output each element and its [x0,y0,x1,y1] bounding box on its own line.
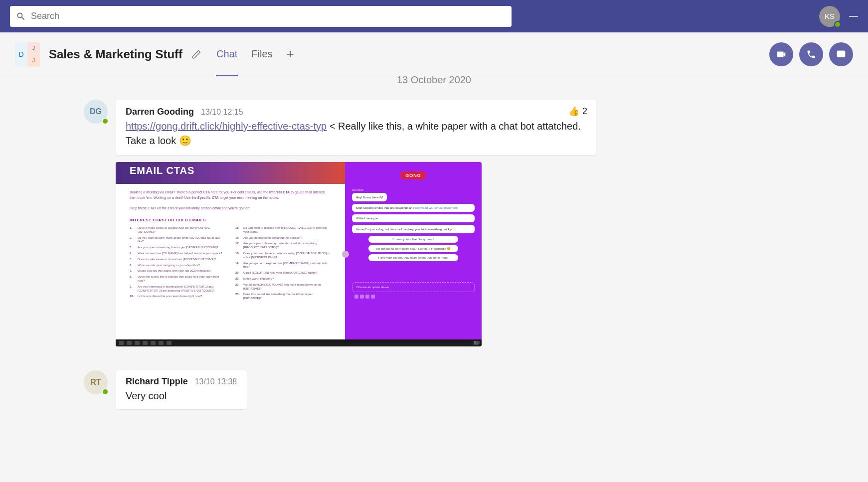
chatbot-bubble: I know I'm just a dog, but I'm sure I ca… [352,225,475,233]
chatbot-option: I'm ready for a live Gong demo! [368,236,458,243]
avatar-initials: DG [90,107,102,116]
share-screen-button[interactable] [829,42,853,66]
add-tab-button[interactable]: + [287,46,294,62]
avatar-tile: J [27,54,40,67]
preview-col-right: 15.Do you want to discuss how [PRODUCT C… [235,226,331,303]
presence-indicator [834,21,841,28]
presence-indicator [102,388,109,395]
preview-chatbot: GONG Drumroll Hey! Bruno, here 🐶 Start s… [345,162,482,346]
timestamp: 13/10 12:15 [201,108,243,117]
chatbot-option: I'm curious to learn more about Revenue … [368,245,458,252]
smile-emoji: 🙂 [179,134,191,148]
search-icon [16,11,26,21]
title-bar: KS [0,0,868,32]
link-preview[interactable]: EMAIL CTAS Booking a meeting via email? … [116,162,482,346]
user-initials: KS [825,12,835,20]
chat-title: Sales & Marketing Stuff [49,47,182,61]
chatbot-bubble: Start sending emails that land meetings … [352,204,475,212]
chatbot-bubble: While I have you... [352,214,475,222]
message-bubble[interactable]: 👍 2 Darren Gooding 13/10 12:15 https://g… [116,100,596,155]
author-name: Darren Gooding [126,107,194,117]
group-avatar[interactable]: D J J [15,42,40,67]
preview-columns: 1.Does it make sense to explore how we c… [116,224,345,303]
preview-col-left: 1.Does it make sense to explore how we c… [130,226,225,303]
preview-heading: EMAIL CTAS [116,162,345,184]
minimize-icon[interactable] [849,16,858,17]
search-box[interactable] [10,6,512,27]
tabs: Chat Files + [216,32,294,76]
video-call-button[interactable] [769,42,793,66]
avatar-tile: D [15,42,27,67]
preview-subheading: INTEREST CTAs FOR COLD EMAILS [116,214,345,224]
message-body: Very cool [126,389,237,403]
author-name: Richard Tipple [126,376,188,387]
chatbot-option: I love your content! Any more where that… [368,254,458,261]
search-input[interactable] [31,11,506,21]
message: RT Richard Tipple 13/10 13:38 Very cool [15,370,853,409]
author-avatar[interactable]: DG [84,100,108,124]
user-avatar[interactable]: KS [819,6,840,27]
brand-badge: GONG [400,171,426,179]
preview-taskbar: 12:15 [116,339,482,346]
message: DG 👍 2 Darren Gooding 13/10 12:15 https:… [15,100,853,155]
presence-indicator [102,118,109,125]
chat-header: D J J Sales & Marketing Stuff Chat Files… [0,32,868,76]
chatbot-label: Drumroll [352,188,475,191]
tab-files[interactable]: Files [251,32,272,76]
message-bubble[interactable]: Richard Tipple 13/10 13:38 Very cool [116,370,247,409]
preview-document: EMAIL CTAS Booking a meeting via email? … [116,162,345,346]
avatar-initials: RT [90,378,101,387]
edit-icon[interactable] [191,49,201,59]
audio-call-button[interactable] [799,42,823,66]
timestamp: 13/10 13:38 [195,377,237,386]
message-link[interactable]: https://gong.drift.click/highly-effectiv… [126,121,327,132]
chatbot-avatar [342,251,349,258]
date-divider: 13 October 2020 [15,74,853,86]
avatar-tile: J [27,42,40,54]
messages-pane: 13 October 2020 DG 👍 2 Darren Gooding 13… [0,74,868,409]
thumbs-up-icon: 👍 [568,106,579,117]
chatbot-input-placeholder: Choose an option above... [352,282,475,292]
message-body: https://gong.drift.click/highly-effectiv… [126,119,586,148]
reaction-pill[interactable]: 👍 2 [568,106,587,117]
tab-chat[interactable]: Chat [216,32,237,76]
author-avatar[interactable]: RT [84,370,108,394]
reaction-count: 2 [582,106,587,117]
preview-clock: 12:15 [474,341,479,345]
preview-intro: Booking a meeting via email? There's a p… [116,184,345,214]
chatbot-bubble: Hey! Bruno, here 🐶 [352,193,387,201]
